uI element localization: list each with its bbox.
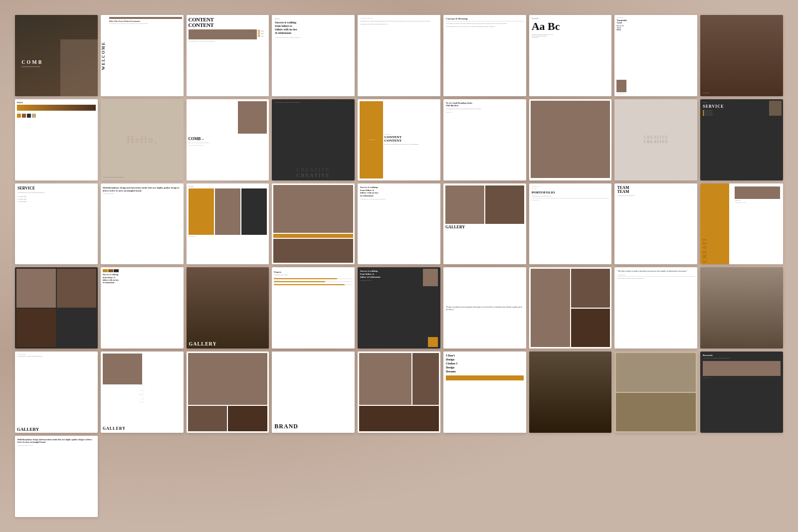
s3-body: Lorem ipsum dolor sit amet consectetur a… bbox=[189, 40, 257, 42]
s21-title: Concept bbox=[189, 185, 267, 187]
slide-18: Services SERVICE Service Item One Servic… bbox=[700, 99, 783, 180]
s5-body: Lorem ipsum dolor sit amet consectetur a… bbox=[360, 20, 438, 22]
slide-45: Research Lorem ipsum dolor sit amet cons… bbox=[700, 352, 783, 433]
s7-sample: Aa Bc bbox=[532, 20, 609, 32]
s7-label: Typography bbox=[532, 17, 609, 19]
s4-body: Lorem ipsum dolor sit amet consectetur a… bbox=[275, 37, 352, 39]
slide-29: Success is walkingfrom failure tofailure… bbox=[101, 267, 184, 349]
slide-20: Multidisciplinary design and innovation … bbox=[101, 183, 184, 265]
slide-38: GALL GALLERY bbox=[101, 352, 184, 433]
s35-quote: "The time it takes to make a decision in… bbox=[617, 270, 695, 273]
slide-42: I Don'tDesignClothes IDesignDreams bbox=[443, 352, 526, 433]
s23-title: Success is walkingfrom failure tofailure… bbox=[360, 186, 438, 197]
slide-8: Ob Foreword TypographyComb REGULAR ITALI… bbox=[614, 15, 697, 96]
slide-32: Success is walkingfrom failure tofailure… bbox=[358, 267, 440, 349]
s6-title: Concept & Meaning bbox=[446, 17, 524, 20]
s4-title: Success is walkingfrom failure tofailure… bbox=[275, 21, 352, 35]
s24-title: GALLERY bbox=[445, 225, 524, 229]
slide-14: Layout image Annotations CONTENTCONTENT … bbox=[358, 99, 440, 180]
s5-top: Lorem ipsum header text bbox=[360, 17, 438, 19]
s20-title: Multidisciplinary design and innovation … bbox=[103, 186, 182, 192]
slide-5: Lorem ipsum header text Lorem ipsum dolo… bbox=[358, 15, 440, 96]
slide-27: CREATI Team Work Lorem ipsum dolor sit a… bbox=[700, 183, 783, 265]
slide-12: COMB – Hello, This is Fasset Modern Pres… bbox=[187, 99, 269, 180]
slide-19: SERVICE Lorem ipsum dolor sit amet conse… bbox=[15, 183, 98, 265]
slide-26: TEAMTEAM Lorem ipsum team description te… bbox=[614, 183, 697, 265]
slide-11: Hello, Hello, This is Fasset Modern Pres… bbox=[101, 99, 184, 180]
s7-body: ABCDEFGHIJKLMNOPQRSTUVWXYZabcdefghijklmn… bbox=[532, 34, 609, 38]
slide-25: November 2022 OUR THE PORTOFOLIO Lorem i… bbox=[529, 183, 612, 265]
s45-title: Research bbox=[703, 354, 781, 356]
s10-title: Palette bbox=[17, 101, 96, 104]
slide-40: BRAND bbox=[272, 352, 355, 433]
slide-43 bbox=[529, 352, 612, 433]
s6-body: Lorem ipsum dolor sit amet consectetur a… bbox=[446, 23, 524, 25]
s2-welcome: WELCOME bbox=[101, 41, 106, 70]
slide-17: CREATIVE CREATIVE bbox=[614, 99, 697, 180]
slide-46: Multidisciplinary design and innovation … bbox=[15, 436, 98, 517]
slide-41 bbox=[358, 352, 440, 433]
slide-7: Typography Aa Bc ABCDEFGHIJKLMNOPQRSTUVW… bbox=[529, 15, 612, 96]
slide-30: GALLERY bbox=[187, 267, 269, 349]
s8-label: TypographyComb bbox=[616, 19, 695, 24]
s40-title: BRAND bbox=[274, 423, 352, 430]
slide-16 bbox=[529, 99, 612, 180]
s30-title: GALLERY bbox=[189, 342, 267, 346]
slide-21: Concept Lorem ipsum label bbox=[187, 183, 269, 265]
s46-title: Multidisciplinary design and innovation … bbox=[17, 438, 95, 443]
slide-31: Progress Lorem ipsum dolor sit amet Desi… bbox=[272, 267, 355, 349]
slide-34 bbox=[529, 267, 612, 349]
s19-title: SERVICE bbox=[17, 186, 95, 190]
s42-title: I Don'tDesignClothes IDesignDreams bbox=[446, 354, 524, 373]
s3-title: CONTENTCONTENT bbox=[189, 17, 267, 28]
s26-title: TEAMTEAM bbox=[617, 186, 695, 194]
s38-title: GALLERY bbox=[103, 426, 182, 431]
slide-23: Success is walkingfrom failure tofailure… bbox=[358, 183, 440, 265]
slide-22: Success text bbox=[272, 183, 355, 265]
s12-title: COMB – bbox=[189, 137, 267, 141]
s31-title: Progress bbox=[274, 271, 353, 273]
slide-1: COMB Presentation Modern & Studio bbox=[15, 15, 98, 96]
slide-37: Lorem text header Lorem ipsum dolor sit … bbox=[15, 352, 98, 433]
s15-title: We Are Small Branding StudioWith Big Ide… bbox=[446, 102, 524, 107]
slide-13: CREATIVE CREATIVE Lorem ipsum dolor sit … bbox=[272, 99, 355, 180]
s1-subtitle: Presentation Modern & Studio bbox=[21, 66, 43, 68]
s37-title: GALLERY bbox=[17, 427, 96, 431]
s2-body: Lorem ipsum dolor sit amet consectetur a… bbox=[109, 23, 182, 25]
slide-9: Portrait photo bbox=[700, 15, 783, 96]
slide-28 bbox=[15, 267, 98, 349]
slide-3: CONTENTCONTENT Lorem ipsum dolor sit ame… bbox=[187, 15, 269, 96]
slide-36 bbox=[700, 267, 783, 349]
s14-title: CONTENTCONTENT bbox=[384, 136, 438, 143]
slide-grid: COMB Presentation Modern & Studio WELCOM… bbox=[0, 0, 798, 532]
slide-39 bbox=[187, 352, 269, 433]
slide-24: GALLERY COMB bbox=[443, 183, 526, 265]
slide-15: We Are Small Branding StudioWith Big Ide… bbox=[443, 99, 526, 180]
slide-10: Palette Palette bbox=[15, 99, 98, 180]
s1-title: COMB bbox=[21, 59, 43, 65]
s4-label: Success bbox=[275, 18, 352, 20]
s33-quote: "Design everything on the assumption tha… bbox=[446, 306, 524, 312]
s25-title: PORTOFOLIO bbox=[532, 190, 609, 194]
slide-4: Success Success is walkingfrom failure t… bbox=[272, 15, 355, 96]
slide-35: "The time it takes to make a decision in… bbox=[614, 267, 697, 349]
slide-33: "Design everything on the assumption tha… bbox=[443, 267, 526, 349]
slide-6: Concept & Meaning Lorem ipsum dolor sit … bbox=[443, 15, 526, 96]
s2-hello: Hello, This is Fasset Modern Presentatio… bbox=[109, 20, 182, 22]
slide-2: WELCOME Hello, This is Fasset Modern Pre… bbox=[101, 15, 184, 96]
slide-44 bbox=[614, 352, 697, 433]
s29-title: Success is walkingfrom failure tofailure… bbox=[103, 273, 182, 284]
